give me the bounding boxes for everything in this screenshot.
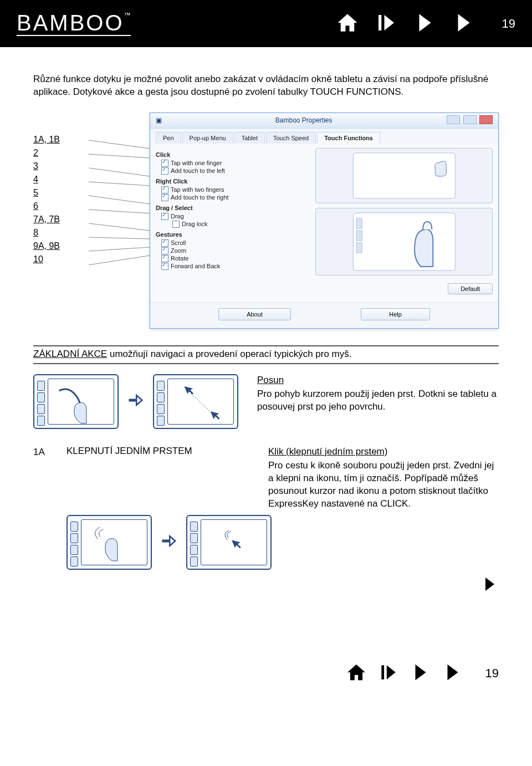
- subhead-link[interactable]: ZÁKLADNÍ AKCE: [33, 349, 107, 359]
- svg-line-1: [89, 154, 150, 158]
- preview-top: [315, 148, 493, 203]
- callout-5[interactable]: 5: [33, 188, 38, 197]
- callout-6[interactable]: 6: [33, 201, 38, 211]
- logo: BAMBOO™: [17, 12, 131, 36]
- check-drag[interactable]: [161, 213, 168, 220]
- svg-rect-12: [356, 218, 362, 228]
- svg-line-4: [89, 196, 150, 204]
- svg-line-2: [89, 168, 150, 176]
- callout-4[interactable]: 4: [33, 175, 38, 184]
- window-title: Bamboo Properties: [275, 116, 332, 124]
- callout-7[interactable]: 7A, 7B: [33, 215, 60, 224]
- row-title-1a: KLEPNUTÍ JEDNÍM PRSTEM: [66, 446, 255, 457]
- section-click: Click: [156, 151, 304, 158]
- check-add-left[interactable]: [161, 167, 168, 175]
- maximize-button[interactable]: [463, 115, 477, 124]
- section-subhead: ZÁKLADNÍ AKCE umožňují navigaci a proved…: [33, 345, 499, 364]
- next-page-icon[interactable]: [442, 662, 463, 685]
- svg-line-3: [89, 182, 150, 186]
- intro-paragraph: Různé funkce dotyku je možné povolit ane…: [33, 73, 499, 99]
- gesture-1a-illustrations: [66, 515, 499, 570]
- page-number-top: 19: [502, 17, 515, 31]
- home-icon[interactable]: [346, 662, 367, 685]
- window-buttons: [446, 115, 493, 126]
- window-body: Click Tap with one finger Add touch to t…: [150, 144, 498, 302]
- gesture-1a-row: 1A KLEPNUTÍ JEDNÍM PRSTEM Klik (klepnutí…: [33, 446, 499, 570]
- callout-and-window: 1A, 1B 2 3 4 5 6 7A, 7B 8 9A, 9B 10: [33, 113, 499, 329]
- properties-window: ▣ Bamboo Properties Pen Pop-up Menu Tabl…: [150, 113, 499, 329]
- svg-line-0: [89, 140, 150, 149]
- gesture-posun: Posun Pro pohyb kurzorem použij jeden pr…: [33, 374, 499, 429]
- tablet-illustration-swipe: [33, 374, 119, 429]
- minimize-button[interactable]: [447, 115, 460, 124]
- gesture-posun-text: Posun Pro pohyb kurzorem použij jeden pr…: [257, 374, 499, 413]
- svg-line-8: [89, 247, 150, 251]
- callout-1a[interactable]: 1A, 1B: [33, 135, 60, 144]
- first-page-icon[interactable]: [378, 662, 399, 685]
- page-content: Různé funkce dotyku je možné povolit ane…: [0, 47, 532, 617]
- svg-line-6: [89, 223, 150, 231]
- tab-pen[interactable]: Pen: [156, 132, 181, 144]
- next-page-icon[interactable]: [452, 11, 475, 37]
- posun-title[interactable]: Posun: [257, 374, 284, 387]
- callout-2[interactable]: 2: [33, 148, 38, 157]
- check-drag-lock[interactable]: [172, 221, 180, 228]
- check-add-right[interactable]: [161, 194, 168, 201]
- prev-page-icon[interactable]: [413, 11, 437, 37]
- window-titlebar: ▣ Bamboo Properties: [150, 113, 498, 129]
- svg-line-9: [89, 256, 150, 265]
- default-button[interactable]: Default: [448, 283, 493, 294]
- arrow-right-icon: [127, 392, 144, 411]
- tablet-illustration-tap: [66, 515, 152, 570]
- gesture-1a-text: Klik (klepnutí jedním prstem) Pro cestu …: [268, 446, 499, 510]
- svg-rect-14: [356, 243, 362, 253]
- help-button[interactable]: Help: [361, 308, 430, 320]
- about-button[interactable]: About: [218, 308, 291, 320]
- continue-arrow-icon[interactable]: [481, 585, 499, 595]
- callout-list: 1A, 1B 2 3 4 5 6 7A, 7B 8 9A, 9B 10: [33, 113, 89, 329]
- svg-rect-13: [356, 231, 362, 241]
- tab-popup[interactable]: Pop-up Menu: [182, 132, 233, 144]
- callout-10[interactable]: 10: [33, 254, 43, 264]
- close-button[interactable]: [479, 115, 493, 124]
- row-1a-link[interactable]: Klik (klepnutí jedním prstem): [268, 446, 387, 458]
- svg-rect-11: [353, 213, 455, 270]
- tablet-illustration-click: [186, 515, 272, 570]
- window-footer: About Help: [150, 302, 498, 328]
- subhead-rest: umožňují navigaci a provedení operací ty…: [107, 349, 351, 359]
- arrow-right-icon: [161, 533, 177, 551]
- top-bar: BAMBOO™ 19: [0, 0, 532, 47]
- callout-leader-lines: [89, 113, 150, 329]
- window-icon: ▣: [156, 116, 162, 124]
- tab-bar: Pen Pop-up Menu Tablet Touch Speed Touch…: [150, 129, 498, 144]
- tab-touch-functions[interactable]: Touch Functions: [317, 132, 380, 144]
- home-icon[interactable]: [336, 11, 359, 37]
- callout-8[interactable]: 8: [33, 228, 38, 237]
- preview-bottom: [315, 208, 493, 275]
- tab-tablet[interactable]: Tablet: [234, 132, 265, 144]
- check-fwdback[interactable]: [161, 263, 168, 270]
- section-drag: Drag / Select: [156, 205, 304, 211]
- top-nav: 19: [336, 11, 515, 37]
- row-1a-body: Pro cestu k ikoně souboru použij jeden p…: [268, 460, 494, 509]
- preview-column: Default: [315, 148, 493, 294]
- callout-9[interactable]: 9A, 9B: [33, 241, 60, 251]
- row-label-1a: 1A: [33, 446, 53, 458]
- prev-page-icon[interactable]: [410, 662, 431, 685]
- svg-line-7: [89, 237, 150, 239]
- first-page-icon[interactable]: [375, 11, 398, 37]
- gesture-posun-illustrations: [33, 374, 244, 429]
- section-right-click: Right Click: [156, 178, 304, 185]
- section-gestures: Gestures: [156, 231, 304, 238]
- tablet-illustration-cursor: [153, 374, 238, 429]
- options-column: Click Tap with one finger Add touch to t…: [156, 148, 304, 294]
- bottom-nav: 19: [0, 662, 532, 696]
- tab-touch-speed[interactable]: Touch Speed: [266, 132, 316, 144]
- callout-3[interactable]: 3: [33, 161, 38, 171]
- page-number-bottom: 19: [485, 666, 499, 681]
- svg-line-5: [89, 210, 150, 213]
- posun-body: Pro pohyb kurzorem použij jeden prst. Do…: [257, 389, 497, 412]
